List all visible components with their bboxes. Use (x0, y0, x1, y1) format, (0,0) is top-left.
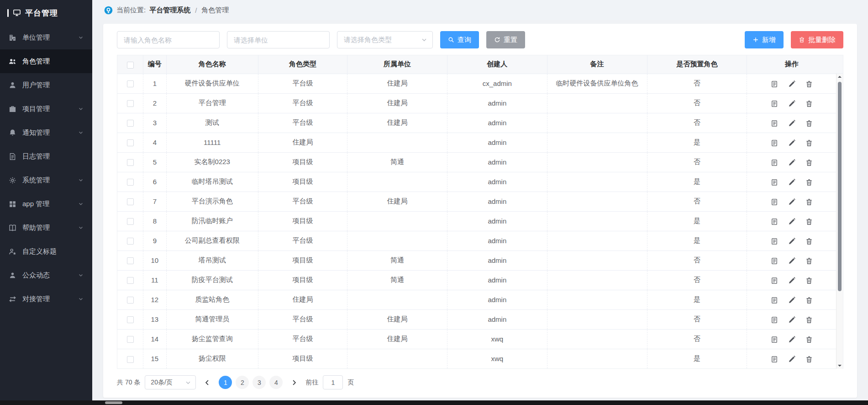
edit-icon[interactable] (788, 139, 795, 147)
row-checkbox[interactable] (127, 297, 134, 304)
view-icon[interactable] (771, 80, 778, 88)
row-checkbox[interactable] (127, 100, 134, 107)
sidebar-item-help[interactable]: 帮助管理 (0, 216, 92, 240)
row-checkbox[interactable] (127, 257, 134, 264)
row-checkbox[interactable] (127, 159, 134, 166)
prev-page-button[interactable] (200, 376, 214, 389)
row-select-cell (117, 231, 143, 250)
horizontal-scrollbar-thumb[interactable] (105, 401, 122, 404)
sidebar-item-notice[interactable]: 通知管理 (0, 121, 92, 144)
select-all-checkbox[interactable] (127, 62, 134, 69)
page-button-4[interactable]: 4 (269, 376, 283, 389)
sidebar-item-user[interactable]: 用户管理 (0, 73, 92, 97)
cell-creator: admin (447, 133, 547, 152)
edit-icon[interactable] (788, 80, 795, 88)
edit-icon[interactable] (788, 120, 795, 127)
delete-icon[interactable] (805, 336, 813, 343)
sidebar-item-log[interactable]: 日志管理 (0, 144, 92, 168)
delete-icon[interactable] (805, 277, 813, 284)
page-button-2[interactable]: 2 (236, 376, 249, 389)
edit-icon[interactable] (788, 198, 795, 206)
sidebar-item-unit[interactable]: 单位管理 (0, 26, 92, 49)
edit-icon[interactable] (788, 179, 795, 186)
scroll-up-arrow-icon[interactable] (838, 76, 842, 78)
page-button-3[interactable]: 3 (253, 376, 266, 389)
delete-icon[interactable] (805, 159, 813, 166)
delete-icon[interactable] (805, 100, 813, 107)
view-icon[interactable] (771, 356, 778, 363)
row-checkbox[interactable] (127, 356, 134, 363)
row-checkbox[interactable] (127, 80, 134, 87)
view-icon[interactable] (771, 218, 778, 225)
delete-icon[interactable] (805, 238, 813, 245)
next-page-button[interactable] (287, 376, 301, 389)
goto-page-input[interactable] (323, 375, 343, 389)
row-checkbox[interactable] (127, 139, 134, 146)
view-icon[interactable] (771, 139, 778, 147)
cell-unit: 简通 (347, 270, 447, 290)
delete-icon[interactable] (805, 198, 813, 206)
search-button[interactable]: 查询 (440, 31, 479, 48)
sidebar-item-integration[interactable]: 对接管理 (0, 287, 92, 311)
edit-icon[interactable] (788, 277, 795, 284)
sidebar-item-app[interactable]: app 管理 (0, 192, 92, 216)
add-button[interactable]: 新增 (745, 31, 784, 48)
row-checkbox[interactable] (127, 316, 134, 323)
delete-icon[interactable] (805, 139, 813, 147)
edit-icon[interactable] (788, 257, 795, 265)
batch-delete-button[interactable]: 批量删除 (791, 31, 843, 48)
delete-icon[interactable] (805, 257, 813, 265)
view-icon[interactable] (771, 120, 778, 127)
sidebar-item-role[interactable]: 角色管理 (0, 49, 92, 73)
page-size-select[interactable]: 20条/页 (145, 375, 196, 389)
row-checkbox[interactable] (127, 120, 134, 127)
table-scrollbar[interactable] (836, 74, 843, 369)
role-type-select[interactable]: 请选择角色类型 (337, 31, 433, 48)
edit-icon[interactable] (788, 100, 795, 107)
row-checkbox[interactable] (127, 179, 134, 186)
role-name-input[interactable] (117, 31, 220, 48)
row-checkbox[interactable] (127, 277, 134, 284)
row-checkbox[interactable] (127, 336, 134, 343)
row-checkbox[interactable] (127, 238, 134, 245)
view-icon[interactable] (771, 198, 778, 206)
delete-icon[interactable] (805, 80, 813, 88)
page-button-1[interactable]: 1 (219, 376, 232, 389)
edit-icon[interactable] (788, 159, 795, 166)
view-icon[interactable] (771, 336, 778, 343)
delete-icon[interactable] (805, 316, 813, 324)
view-icon[interactable] (771, 297, 778, 304)
sidebar-item-project[interactable]: 项目管理 (0, 97, 92, 121)
view-icon[interactable] (771, 238, 778, 245)
unit-input[interactable] (227, 31, 330, 48)
cell-actions (747, 211, 836, 231)
breadcrumb-root[interactable]: 平台管理系统 (149, 6, 190, 15)
edit-icon[interactable] (788, 297, 795, 304)
edit-icon[interactable] (788, 336, 795, 343)
delete-icon[interactable] (805, 356, 813, 363)
cell-creator: xwq (447, 349, 547, 368)
reset-button[interactable]: 重置 (486, 31, 525, 48)
view-icon[interactable] (771, 159, 778, 166)
scrollbar-thumb[interactable] (838, 82, 842, 291)
delete-icon[interactable] (805, 218, 813, 225)
edit-icon[interactable] (788, 316, 795, 324)
edit-icon[interactable] (788, 356, 795, 363)
sidebar-item-system[interactable]: 系统管理 (0, 168, 92, 192)
edit-icon[interactable] (788, 218, 795, 225)
cell-actions (747, 133, 836, 152)
delete-icon[interactable] (805, 120, 813, 127)
view-icon[interactable] (771, 277, 778, 284)
view-icon[interactable] (771, 257, 778, 265)
scroll-down-arrow-icon[interactable] (838, 365, 842, 367)
delete-icon[interactable] (805, 297, 813, 304)
sidebar-item-custom-title[interactable]: 自定义标题 (0, 240, 92, 263)
sidebar-item-public[interactable]: 公众动态 (0, 263, 92, 287)
delete-icon[interactable] (805, 179, 813, 186)
row-checkbox[interactable] (127, 198, 134, 205)
row-checkbox[interactable] (127, 218, 134, 225)
view-icon[interactable] (771, 316, 778, 324)
view-icon[interactable] (771, 179, 778, 186)
edit-icon[interactable] (788, 238, 795, 245)
view-icon[interactable] (771, 100, 778, 107)
